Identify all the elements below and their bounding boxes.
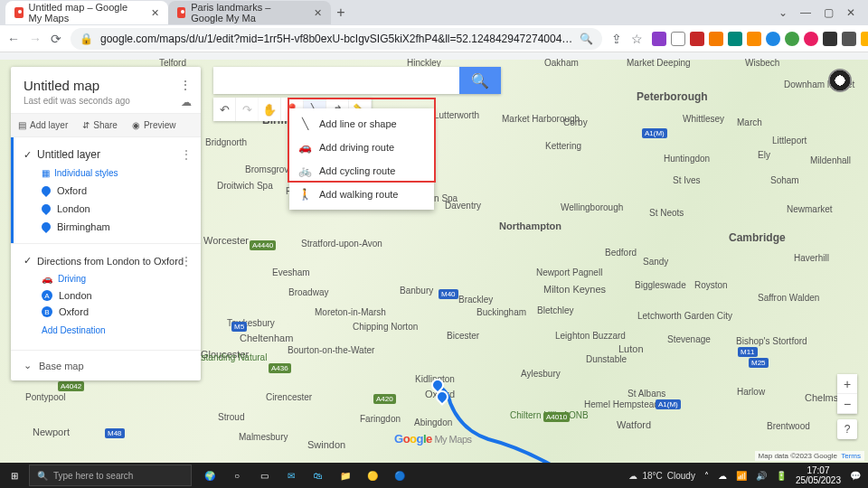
share-icon[interactable]: ⇪ [611,32,622,46]
ext-icon-6[interactable] [747,32,761,46]
tb-mail[interactable]: ✉ [278,463,304,488]
tb-app-1[interactable]: 🌍 [197,463,222,488]
tb-explorer[interactable]: 📁 [333,463,358,488]
tb-app-2[interactable]: 🔵 [387,463,412,488]
terms-link[interactable]: Terms [841,452,861,460]
forward-button[interactable]: → [29,32,42,46]
add-layer-button[interactable]: ▤Add layer [11,114,75,136]
close-icon[interactable]: ✕ [151,7,159,19]
zoom-out-button[interactable]: − [837,394,857,414]
taskbar-search[interactable]: 🔍Type here to search [29,465,192,486]
layer-1-header[interactable]: ✓Untitled layer⋮ [11,145,201,164]
undo-button[interactable]: ↶ [213,98,236,121]
close-button[interactable]: ✕ [846,6,855,19]
city-label: Whittlesey [683,114,724,124]
dd-add-walking[interactable]: 🚶Add walking route [289,183,434,206]
ext-icon-2[interactable] [671,32,685,46]
ext-icon-9[interactable] [804,32,818,46]
user-avatar[interactable] [828,69,852,92]
dd-add-line[interactable]: ╲Add line or shape [289,112,434,136]
url-field[interactable]: 🔒 google.com/maps/d/u/1/edit?mid=1rr5H-v… [71,28,602,50]
dd-add-cycling[interactable]: 🚲Add cycling route [289,159,434,183]
city-label: Droitwich Spa [217,181,273,191]
reload-button[interactable]: ⟳ [51,32,61,46]
ext-icon-4[interactable] [709,32,723,46]
star-icon[interactable]: ☆ [631,32,643,46]
zoom-in-button[interactable]: + [837,374,857,394]
maximize-button[interactable]: ▢ [824,6,834,19]
tb-chrome[interactable]: 🟡 [360,463,385,488]
city-label: Corby [563,117,588,127]
city-label: Cheltenham [240,333,293,343]
city-label: Milton Keynes [543,284,606,295]
paint-icon: ▦ [42,168,50,178]
tab-1-title: Untitled map – Google My Maps [29,2,142,23]
help-button[interactable]: ? [837,419,857,439]
city-label: Newport [33,427,70,437]
search-input[interactable] [213,67,459,94]
tb-taskview[interactable]: ▭ [251,463,277,488]
stop-a[interactable]: ALondon [11,287,201,304]
weather-widget[interactable]: ☁18°CCloudy [628,471,694,481]
tray-onedrive-icon[interactable]: ☁ [718,471,727,481]
tray-volume-icon[interactable]: 🔊 [756,471,767,481]
city-label: Stevenage [667,334,711,344]
tray-wifi-icon[interactable]: 📶 [736,471,747,481]
tray-chevron-icon[interactable]: ˄ [704,471,709,481]
road-shield: M5 [231,322,247,332]
back-button[interactable]: ← [7,32,20,46]
ext-icon-8[interactable] [785,32,799,46]
ext-icon-11[interactable] [861,32,868,46]
base-map-row[interactable]: ⌄Base map [11,351,201,380]
road-shield: A4042 [58,381,84,391]
tb-store[interactable]: 🛍 [306,463,331,488]
map-title[interactable]: Untitled map [24,78,188,93]
layer-style-row[interactable]: ▦Individual styles [11,164,201,182]
stop-b[interactable]: BOxford [11,304,201,320]
minimize-button[interactable]: — [800,6,811,19]
redo-button[interactable]: ↷ [236,98,259,121]
start-button[interactable]: ⊞ [0,463,29,488]
ext-icon-5[interactable] [728,32,742,46]
add-destination-button[interactable]: Add Destination [11,320,201,343]
city-label: Bridgnorth [205,137,247,147]
place-birmingham[interactable]: Birmingham [11,218,201,236]
search-button[interactable]: 🔍 [459,67,501,94]
notifications-icon[interactable]: 💬 [850,471,861,481]
layer-options-icon[interactable]: ⋮ [181,148,192,161]
search-icon[interactable]: 🔍 [580,33,593,45]
place-oxford[interactable]: Oxford [11,182,201,200]
tab-2[interactable]: Paris landmarks – Google My Ma✕ [168,1,331,24]
clock-time[interactable]: 17:07 [796,465,841,475]
city-label: Malmesbury [239,432,288,442]
driving-mode-row[interactable]: 🚗Driving [11,270,201,287]
city-label: Sandy [643,257,668,267]
tab-1[interactable]: Untitled map – Google My Maps✕ [5,1,168,24]
hand-tool[interactable]: ✋ [259,98,281,121]
tb-cortana[interactable]: ○ [224,463,250,488]
map-search-box[interactable]: 🔍 [213,67,501,94]
tray-battery-icon[interactable]: 🔋 [776,471,787,481]
close-icon[interactable]: ✕ [314,7,322,19]
panel-menu-icon[interactable]: ⋮ [179,78,192,92]
car-icon: 🚗 [42,274,52,284]
place-london[interactable]: London [11,200,201,218]
road-shield: M11 [738,347,758,357]
browser-tabs: Untitled map – Google My Maps✕ Paris lan… [0,0,868,25]
dd-add-driving[interactable]: 🚗Add driving route [289,136,434,159]
ext-icon-10[interactable] [842,32,856,46]
ext-icon-3[interactable] [690,32,704,46]
chevron-down-icon[interactable]: ⌄ [778,6,788,19]
preview-button[interactable]: ◉Preview [125,114,184,136]
map-attribution: Map data ©2023 Google Terms [755,451,864,461]
ext-icon-7[interactable] [766,32,780,46]
city-label: Biggleswade [635,280,686,290]
clock-date[interactable]: 25/05/2023 [796,475,841,485]
new-tab-button[interactable]: + [331,3,351,23]
layer-2-header[interactable]: ✓Directions from London to Oxford⋮ [11,251,201,270]
ext-icon-1[interactable] [652,32,666,46]
share-button[interactable]: ⇵Share [75,114,125,136]
layer-options-icon[interactable]: ⋮ [181,255,192,267]
share-icon: ⇵ [82,120,90,130]
puzzle-icon[interactable] [823,32,837,46]
